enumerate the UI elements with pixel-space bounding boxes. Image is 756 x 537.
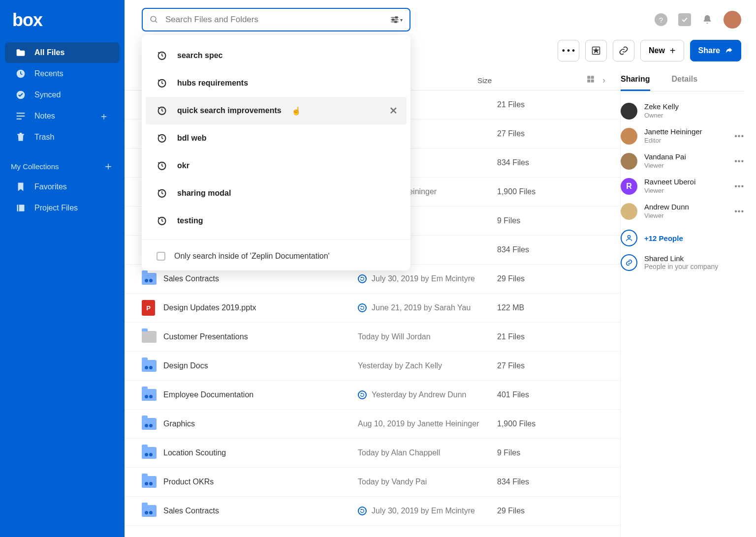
file-row[interactable]: Customer Presentations Today by Will Jor… [125,323,620,352]
favorite-button[interactable] [585,40,607,61]
file-row[interactable]: Design Docs Yesterday by Zach Kelly 27 F… [125,352,620,381]
sidebar-item-label: Trash [34,133,54,142]
sync-icon [358,507,367,515]
sidebar-item-trash[interactable]: Trash [5,127,120,148]
check-icon [16,90,26,100]
file-row[interactable]: Employee Documentation Yesterday by Andr… [125,381,620,410]
side-panel: Sharing Details Zeke Kelly Owner Janette… [621,71,756,537]
file-row[interactable]: Graphics Aug 10, 2019 by Janette Heining… [125,410,620,439]
person-row[interactable]: Vandana Pai Viewer ••• [621,149,744,174]
folder-icon [142,273,157,285]
user-avatar[interactable] [724,11,741,29]
shared-link-section[interactable]: Shared Link People in your company [621,254,744,271]
sidebar-item-label: Project Files [34,204,78,212]
person-menu-icon[interactable]: ••• [734,207,744,216]
suggestion-label: testing [177,216,203,225]
person-role: Viewer [644,162,686,170]
logo[interactable]: box [0,10,125,42]
tab-details[interactable]: Details [672,75,697,91]
checkbox[interactable] [157,252,165,261]
search-scope-option[interactable]: Only search inside of 'Zeplin Documentat… [142,245,410,264]
logo-text: box [12,10,42,30]
sidebar-item-synced[interactable]: Synced [5,85,120,105]
person-row[interactable]: Janette Heininger Editor ••• [621,123,744,149]
person-menu-icon[interactable]: ••• [734,132,744,141]
history-icon [157,215,167,226]
file-row[interactable]: Product OKRs Today by Vandy Pai 834 File… [125,468,620,497]
file-row[interactable]: P Design Updates 2019.pptx June 21, 2019… [125,294,620,323]
suggestion-label: bdl web [177,134,207,143]
sidebar-item-favorites[interactable]: Favorites [5,177,120,197]
search-suggestion[interactable]: quick search improvements ☝✕ [146,97,407,124]
sync-icon [358,274,367,283]
file-name: Graphics [163,419,358,428]
share-button-label: Share [698,46,720,55]
person-row[interactable]: R Ravneet Uberoi Viewer ••• [621,174,744,199]
share-button[interactable]: Share [690,40,741,61]
sidebar-item-label: All Files [34,48,64,57]
person-role: Owner [644,112,679,119]
column-size[interactable]: Size [477,76,576,85]
search-suggestions: search spec hubs requirements quick sear… [142,35,410,270]
sidebar-item-all-files[interactable]: All Files [5,42,120,63]
search-suggestion[interactable]: testing [142,207,410,235]
file-row[interactable]: Location Scouting Today by Alan Chappell… [125,439,620,468]
file-updated: Today by Vandy Pai [358,477,497,486]
search-suggestion[interactable]: hubs requirements [142,69,410,97]
more-actions-button[interactable]: • • • [558,40,579,61]
sidebar-item-notes[interactable]: Notes ＋ [5,106,120,126]
person-menu-icon[interactable]: ••• [734,157,744,166]
svg-marker-23 [594,49,598,53]
help-icon[interactable]: ? [655,13,667,26]
person-role: Viewer [644,212,689,220]
person-row[interactable]: Andrew Dunn Viewer ••• [621,199,744,224]
person-name: Andrew Dunn [644,203,689,212]
person-name: Janette Heininger [644,127,702,137]
svg-rect-5 [17,205,25,211]
shared-link-subtitle: People in your company [644,263,718,270]
folder-icon [142,447,157,459]
person-avatar: R [621,178,637,195]
new-button[interactable]: New + [640,40,684,61]
person-menu-icon[interactable]: ••• [734,182,744,191]
remove-suggestion-icon[interactable]: ✕ [389,105,398,117]
svg-rect-14 [395,21,397,23]
person-row[interactable]: Zeke Kelly Owner [621,98,744,123]
collections-heading: My Collections ＋ [0,148,125,177]
link-button[interactable] [613,40,634,61]
file-updated: June 21, 2019 by Sarah Yau [358,303,497,312]
file-size: 9 Files [497,216,605,225]
svg-line-8 [155,21,157,23]
share-arrow-icon [725,47,733,55]
search-suggestion[interactable]: bdl web [142,124,410,152]
add-collection-icon[interactable]: ＋ [103,159,114,174]
add-note-icon[interactable]: ＋ [99,110,109,123]
person-role: Editor [644,137,702,145]
person-role: Viewer [644,187,695,195]
grid-view-icon[interactable] [587,75,595,86]
sidebar-item-recents[interactable]: Recents [5,63,120,84]
file-row[interactable]: Sales Contracts July 30, 2019 by Em Mcin… [125,497,620,526]
powerpoint-icon: P [142,300,155,316]
search-suggestion[interactable]: okr [142,152,410,179]
person-icon [621,230,637,246]
file-size: 401 Files [497,390,605,399]
more-people[interactable]: +12 People [621,224,744,254]
search-suggestion[interactable]: sharing modal [142,179,410,207]
search-filter-icon[interactable]: ▾ [390,16,403,23]
chevron-right-icon[interactable]: › [602,75,605,86]
search-input[interactable] [165,15,383,25]
search-box[interactable]: ▾ [142,8,410,31]
sync-icon [358,303,367,312]
search-icon [150,15,158,24]
folder-icon [142,505,157,517]
person-name: Vandana Pai [644,152,686,162]
tab-sharing[interactable]: Sharing [621,75,650,91]
sidebar-item-label: Recents [34,69,63,78]
suggestion-label: quick search improvements [177,106,282,115]
search-suggestion[interactable]: search spec [142,42,410,69]
svg-point-28 [628,236,630,238]
notifications-icon[interactable] [702,14,713,25]
tasks-icon[interactable] [678,13,691,26]
sidebar-item-project-files[interactable]: Project Files [5,198,120,218]
